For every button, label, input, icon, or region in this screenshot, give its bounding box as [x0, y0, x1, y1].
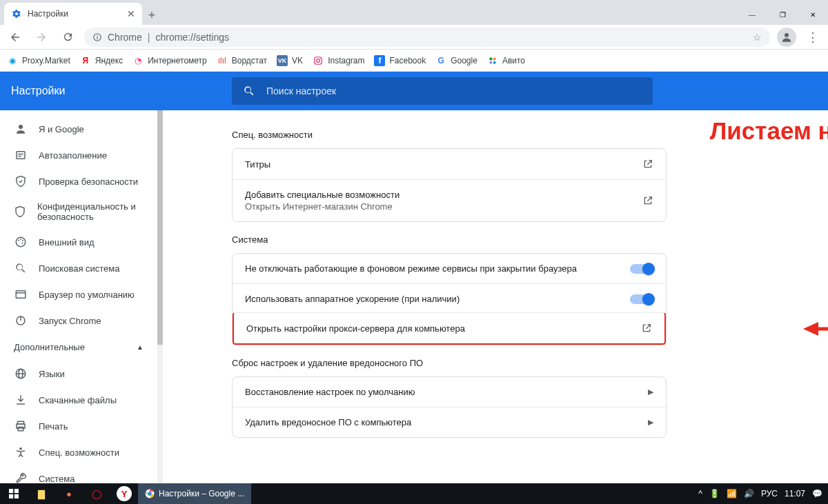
- action-center-icon[interactable]: 💬: [812, 489, 822, 498]
- svg-point-8: [493, 57, 496, 60]
- sidebar-item-search-engine[interactable]: Поисковая система: [0, 255, 157, 281]
- svg-rect-38: [9, 494, 13, 498]
- wordstat-icon: ılıl: [217, 55, 228, 66]
- row-background-apps[interactable]: Не отключать работающие в фоновом режиме…: [233, 254, 666, 283]
- browser-tab[interactable]: Настройки ✕: [4, 3, 142, 25]
- svg-point-7: [489, 57, 492, 60]
- taskbar-explorer[interactable]: ▇: [28, 483, 55, 504]
- toggle-switch[interactable]: [630, 294, 653, 304]
- row-remove-malware[interactable]: Удалить вредоносное ПО с компьютера ▶: [233, 407, 666, 437]
- row-proxy-settings[interactable]: Открыть настройки прокси-сервера для ком…: [233, 312, 666, 345]
- bookmark-item[interactable]: Авито: [487, 55, 525, 66]
- menu-button[interactable]: ⋮: [803, 30, 822, 45]
- svg-rect-12: [17, 152, 25, 159]
- bookmark-item[interactable]: VKVK: [277, 55, 303, 66]
- network-icon[interactable]: 📶: [727, 489, 737, 498]
- facebook-icon: f: [374, 55, 385, 66]
- back-button[interactable]: [6, 28, 25, 47]
- start-button[interactable]: [0, 483, 28, 504]
- sidebar-item-system[interactable]: Система: [0, 465, 157, 483]
- svg-rect-39: [14, 494, 19, 498]
- svg-point-17: [20, 239, 21, 240]
- page-title: Настройки: [11, 85, 232, 97]
- search-icon: [14, 262, 28, 274]
- shield-icon: [14, 205, 26, 218]
- close-icon[interactable]: ✕: [127, 8, 135, 19]
- external-link-icon: [641, 323, 652, 334]
- svg-point-9: [490, 61, 493, 63]
- taskbar-yandex[interactable]: Y: [117, 486, 132, 501]
- bookmark-item[interactable]: GGoogle: [435, 55, 477, 66]
- search-icon: [243, 85, 255, 97]
- maximize-button[interactable]: ❐: [767, 4, 798, 25]
- section-title-reset: Сброс настроек и удаление вредоносного П…: [232, 358, 814, 368]
- avito-icon: [487, 55, 498, 66]
- site-info-icon[interactable]: [92, 32, 102, 42]
- svg-point-2: [97, 34, 97, 35]
- search-input[interactable]: [266, 85, 642, 97]
- chevron-right-icon: ▶: [648, 418, 653, 427]
- taskbar-active-chrome[interactable]: Настройки – Google ...: [138, 483, 251, 504]
- tray-time[interactable]: 11:07: [785, 489, 805, 498]
- sidebar-item-languages[interactable]: Языки: [0, 361, 157, 387]
- download-icon: [14, 394, 28, 406]
- svg-rect-36: [9, 489, 13, 493]
- chevron-up-icon: ▲: [137, 343, 144, 351]
- sidebar-item-privacy[interactable]: Конфиденциальность и безопасность: [0, 194, 157, 229]
- battery-icon[interactable]: 🔋: [709, 489, 720, 498]
- sidebar-item-you-and-google[interactable]: Я и Google: [0, 116, 157, 142]
- bookmark-item[interactable]: fFacebook: [374, 55, 426, 66]
- profile-button[interactable]: [777, 28, 796, 47]
- address-separator: |: [148, 32, 150, 43]
- volume-icon[interactable]: 🔊: [744, 489, 754, 498]
- bookmark-item[interactable]: ılılВордстат: [217, 55, 267, 66]
- svg-rect-1: [97, 36, 97, 39]
- bookmark-item[interactable]: ◔Интернетометр: [132, 55, 207, 66]
- sidebar-item-downloads[interactable]: Скачанные файлы: [0, 387, 157, 413]
- row-hardware-accel[interactable]: Использовать аппаратное ускорение (при н…: [233, 283, 666, 314]
- row-add-accessibility[interactable]: Добавить специальные возможности Открыть…: [233, 179, 666, 221]
- row-captions[interactable]: Титры: [233, 149, 666, 179]
- forward-button[interactable]: [32, 28, 51, 47]
- wrench-icon: [14, 472, 28, 483]
- close-window-button[interactable]: ✕: [798, 4, 828, 25]
- address-path: chrome://settings: [155, 32, 229, 43]
- address-field[interactable]: Chrome | chrome://settings ☆: [84, 28, 770, 47]
- bookmark-star-icon[interactable]: ☆: [753, 32, 762, 43]
- new-tab-button[interactable]: +: [142, 6, 161, 25]
- bookmark-item[interactable]: Instagram: [313, 55, 364, 66]
- taskbar-firefox[interactable]: ●: [55, 483, 83, 504]
- sidebar-item-printing[interactable]: Печать: [0, 413, 157, 439]
- scrollbar-thumb[interactable]: [157, 110, 163, 345]
- bookmark-item[interactable]: ◉Proxy.Market: [7, 55, 70, 66]
- system-tray[interactable]: ^ 🔋 📶 🔊 РУС 11:07 💬: [693, 489, 828, 498]
- bookmark-item[interactable]: ЯЯндекс: [80, 55, 123, 66]
- reload-button[interactable]: [58, 28, 77, 47]
- power-icon: [14, 314, 28, 327]
- sidebar-item-accessibility[interactable]: Спец. возможности: [0, 439, 157, 465]
- sidebar-scrollbar[interactable]: [157, 110, 163, 483]
- toggle-switch[interactable]: [630, 264, 653, 274]
- sidebar-item-default-browser[interactable]: Браузер по умолчанию: [0, 281, 157, 308]
- sidebar: Я и Google Автозаполнение Проверка безоп…: [0, 110, 157, 483]
- svg-point-18: [22, 240, 23, 241]
- taskbar-opera[interactable]: ◯: [83, 483, 110, 504]
- sidebar-item-safety-check[interactable]: Проверка безопасности: [0, 168, 157, 194]
- sidebar-item-on-startup[interactable]: Запуск Chrome: [0, 308, 157, 334]
- tray-chevron-icon[interactable]: ^: [698, 489, 702, 498]
- row-restore-defaults[interactable]: Восстановление настроек по умолчанию ▶: [233, 377, 666, 407]
- minimize-button[interactable]: —: [737, 4, 767, 25]
- settings-search[interactable]: [232, 77, 653, 105]
- main: Я и Google Автозаполнение Проверка безоп…: [0, 110, 828, 483]
- internetometr-icon: ◔: [132, 55, 144, 66]
- palette-icon: [14, 236, 28, 248]
- section-title-system: Система: [232, 234, 814, 245]
- browser-icon: [14, 288, 28, 301]
- sidebar-item-autofill[interactable]: Автозаполнение: [0, 142, 157, 168]
- sidebar-item-appearance[interactable]: Внешний вид: [0, 229, 157, 255]
- gear-icon: [11, 8, 22, 19]
- sidebar-section-advanced[interactable]: Дополнительные▲: [0, 334, 157, 361]
- vk-icon: VK: [277, 55, 288, 66]
- svg-rect-14: [18, 156, 21, 157]
- tray-language[interactable]: РУС: [761, 489, 778, 498]
